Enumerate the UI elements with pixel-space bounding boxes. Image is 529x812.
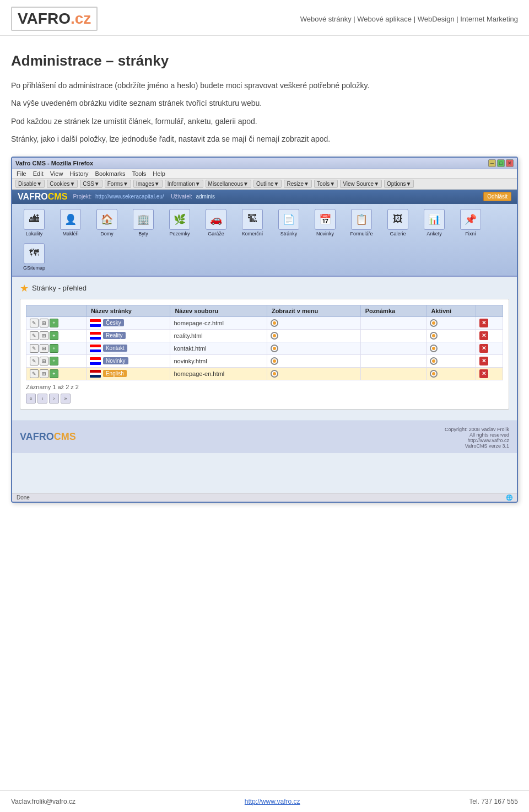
edit-button[interactable]: ✎ (30, 331, 39, 340)
menu-tools[interactable]: Tools (132, 170, 147, 177)
page-next-btn[interactable]: › (49, 394, 59, 404)
active-radio[interactable] (430, 357, 438, 365)
menu-radio[interactable] (271, 370, 278, 378)
tb-miscellaneous[interactable]: Miscellaneous▼ (206, 180, 251, 188)
nav-domy[interactable]: 🏠 Domy (90, 207, 123, 238)
tb-outline[interactable]: Outline▼ (253, 180, 282, 188)
table-header: Název stránky Název souboru Zobrazit v m… (26, 305, 503, 316)
tb-cookies[interactable]: Cookies▼ (47, 180, 78, 188)
menu-file[interactable]: File (17, 170, 26, 177)
nav-byty-label: Byty (138, 231, 148, 236)
nav-makleri-label: Makléři (62, 231, 78, 236)
pages-table: Název stránky Název souboru Zobrazit v m… (26, 305, 503, 380)
menu-edit[interactable]: Edit (33, 170, 44, 177)
nav-makleri[interactable]: 👤 Makléři (54, 207, 87, 238)
copy-button[interactable]: ⊞ (40, 357, 48, 365)
browser-maximize-btn[interactable]: □ (497, 159, 505, 167)
star-icon: ★ (20, 282, 29, 294)
page-last-btn[interactable]: » (61, 394, 71, 404)
nav-novinky[interactable]: 📅 Novinky (309, 207, 342, 238)
nav-stranky[interactable]: 📄 Stránky (272, 207, 305, 238)
nav-ankety[interactable]: 📊 Ankety (418, 207, 451, 238)
menu-radio[interactable] (271, 319, 278, 327)
page-name: Česky (90, 319, 166, 327)
cms-footer: VAFROCMS Copyright: 2008 Vaclav Frolik A… (12, 421, 517, 453)
add-button[interactable]: + (50, 331, 58, 340)
browser-minimize-btn[interactable]: ─ (488, 159, 496, 167)
tb-css[interactable]: CSS▼ (80, 180, 102, 188)
menu-help[interactable]: Help (153, 170, 165, 177)
delete-button[interactable]: ✕ (479, 357, 488, 365)
cms-section-title: Stránky - přehled (32, 284, 87, 292)
tb-images[interactable]: Images▼ (133, 180, 163, 188)
tb-tools[interactable]: Tools▼ (314, 180, 338, 188)
nav-pozemky-label: Pozemky (169, 231, 190, 236)
active-cell (427, 354, 476, 367)
nav-galerie[interactable]: 🖼 Galerie (381, 207, 414, 238)
tb-resize[interactable]: Resize▼ (284, 180, 311, 188)
nav-komercni[interactable]: 🏗 Komerční (236, 207, 269, 238)
add-button[interactable]: + (50, 369, 58, 378)
tb-disable[interactable]: Disable▼ (15, 180, 45, 188)
footer-email[interactable]: Vaclav.frolik@vafro.cz (11, 798, 75, 805)
menu-radio[interactable] (271, 332, 278, 340)
name-cell: Reality (86, 329, 170, 342)
nav-pozemky[interactable]: 🌿 Pozemky (163, 207, 196, 238)
cms-footer-row: VAFROCMS Copyright: 2008 Vaclav Frolik A… (20, 426, 509, 449)
delete-cell: ✕ (476, 329, 503, 342)
name-cell: English (86, 367, 170, 380)
add-button[interactable]: + (50, 319, 58, 327)
flag-icon (90, 370, 101, 378)
active-radio[interactable] (430, 370, 438, 378)
edit-button[interactable]: ✎ (30, 357, 39, 365)
page-name: English (90, 370, 166, 378)
menu-history[interactable]: History (69, 170, 88, 177)
nav-garaze-label: Garáže (208, 231, 224, 236)
tb-viewsource[interactable]: View Source▼ (340, 180, 382, 188)
menu-bookmarks[interactable]: Bookmarks (95, 170, 126, 177)
menu-radio[interactable] (271, 345, 278, 352)
row-actions-cell: ✎ ⊞ + (26, 329, 87, 342)
tb-information[interactable]: Information▼ (165, 180, 203, 188)
delete-button[interactable]: ✕ (479, 369, 488, 378)
logout-button[interactable]: Odhlásit (483, 192, 511, 201)
row-actions: ✎ ⊞ + (30, 369, 83, 378)
edit-button[interactable]: ✎ (30, 369, 39, 378)
table-row: ✎ ⊞ + English (26, 367, 503, 380)
nav-lokality[interactable]: 🏙 Lokality (18, 207, 51, 238)
add-button[interactable]: + (50, 344, 58, 353)
delete-button[interactable]: ✕ (479, 344, 488, 353)
tb-forms[interactable]: Forms▼ (105, 180, 131, 188)
copy-button[interactable]: ⊞ (40, 369, 48, 378)
add-button[interactable]: + (50, 357, 58, 365)
page-title: Administrace – stránky (11, 52, 518, 69)
delete-button[interactable]: ✕ (479, 319, 488, 327)
nav-fixni[interactable]: 📌 Fixní (454, 207, 487, 238)
edit-button[interactable]: ✎ (30, 319, 39, 327)
row-actions: ✎ ⊞ + (30, 319, 83, 327)
nav-garaze[interactable]: 🚗 Garáže (199, 207, 233, 238)
copy-button[interactable]: ⊞ (40, 331, 48, 340)
active-radio[interactable] (430, 332, 438, 340)
active-radio[interactable] (430, 319, 438, 327)
menu-radio[interactable] (271, 357, 278, 365)
delete-button[interactable]: ✕ (479, 331, 488, 340)
nav-formulare[interactable]: 📋 Formuláře (345, 207, 378, 238)
page-prev-btn[interactable]: ‹ (37, 394, 47, 404)
nav-ankety-label: Ankety (427, 231, 442, 236)
menu-view[interactable]: View (50, 170, 63, 177)
tb-options[interactable]: Options▼ (384, 180, 414, 188)
row-actions-cell: ✎ ⊞ + (26, 354, 87, 367)
site-header: VAFRO.cz Webové stránky | Webové aplikac… (0, 0, 529, 36)
page-first-btn[interactable]: « (26, 394, 36, 404)
active-radio[interactable] (430, 345, 438, 352)
copy-button[interactable]: ⊞ (40, 344, 48, 353)
nav-novinky-icon: 📅 (315, 209, 336, 230)
nav-gsitemap[interactable]: 🗺 GSitemap (18, 241, 51, 272)
copy-button[interactable]: ⊞ (40, 319, 48, 327)
nav-byty[interactable]: 🏢 Byty (127, 207, 160, 238)
edit-button[interactable]: ✎ (30, 344, 39, 353)
cms-table-wrapper: Název stránky Název souboru Zobrazit v m… (20, 299, 509, 410)
footer-website[interactable]: http://www.vafro.cz (245, 798, 300, 805)
browser-close-btn[interactable]: ✕ (506, 159, 514, 167)
